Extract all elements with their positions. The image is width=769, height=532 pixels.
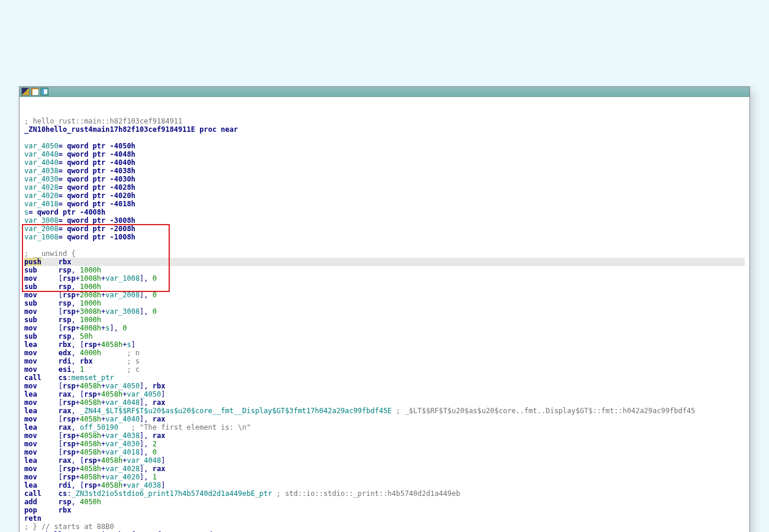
code-line[interactable]: mov [rsp+4058h+var_4050], rbx — [24, 382, 745, 390]
code-line[interactable]: mov [rsp+4058h+var_4038], rax — [24, 432, 745, 440]
code-line[interactable]: mov [rsp+1008h+var_1008], 0 — [24, 274, 745, 283]
code-line[interactable]: call cs:memset_ptr — [24, 374, 745, 382]
code-line[interactable]: lea rax, off_50190 ; "The first element … — [24, 423, 745, 432]
code-line[interactable]: _ZN10hello_rust4main17h82f103cef9184911E… — [24, 125, 745, 134]
code-line[interactable]: var_4048= qword ptr -4048h — [24, 150, 745, 158]
code-line[interactable]: var_4030= qword ptr -4030h — [24, 175, 745, 183]
code-line[interactable]: var_3008= qword ptr -3008h — [24, 216, 745, 225]
code-line[interactable]: var_1008= qword ptr -1008h — [24, 233, 745, 241]
code-line[interactable]: var_4028= qword ptr -4028h — [24, 183, 745, 192]
code-line[interactable]: mov [rsp+4058h+var_4030], 2 — [24, 440, 745, 448]
code-line[interactable]: retn — [24, 514, 745, 523]
code-line[interactable]: add rsp, 4050h — [24, 498, 745, 506]
code-line[interactable]: s= qword ptr -4008h — [24, 208, 745, 216]
code-line[interactable]: var_4040= qword ptr -4040h — [24, 158, 745, 167]
code-line[interactable]: lea rax, [rsp+4058h+var_4048] — [24, 456, 745, 465]
code-line[interactable]: var_2008= qword ptr -2008h — [24, 225, 745, 233]
code-line[interactable]: mov [rsp+4058h+var_4020], 1 — [24, 473, 745, 481]
code-line[interactable]: var_4050= qword ptr -4050h — [24, 142, 745, 150]
code-line[interactable]: lea rdi, [rsp+4058h+var_4038] — [24, 481, 745, 489]
code-line[interactable]: ; __unwind { — [24, 249, 745, 258]
code-line[interactable]: lea rax, _ZN44_$LT$$RF$T$u20$as$u20$core… — [24, 407, 745, 415]
window-titlebar[interactable] — [20, 87, 749, 97]
toolbar-icon-view[interactable] — [40, 87, 49, 96]
code-line[interactable]: mov [rsp+4058h+var_4040], rax — [24, 415, 745, 423]
code-line[interactable]: mov [rsp+4008h+s], 0 — [24, 324, 745, 332]
code-line[interactable]: mov [rsp+3008h+var_3008], 0 — [24, 307, 745, 316]
code-line[interactable]: var_4038= qword ptr -4038h — [24, 167, 745, 175]
disassembly-listing[interactable]: ; hello_rust::main::h82f103cef9184911_ZN… — [20, 97, 749, 532]
code-line[interactable]: mov [rsp+4058h+var_4048], rax — [24, 398, 745, 407]
code-line-current[interactable]: push rbx — [24, 258, 745, 266]
toolbar-icon-edit[interactable] — [31, 87, 39, 96]
code-line[interactable]: sub rsp, 50h — [24, 332, 745, 340]
code-line[interactable]: sub rsp, 1000h — [24, 283, 745, 291]
code-line[interactable]: call cs:_ZN3std2io5stdio6_print17h4b5740… — [24, 489, 745, 498]
code-line[interactable]: lea rax, [rsp+4058h+var_4050] — [24, 390, 745, 398]
code-line[interactable]: sub rsp, 1000h — [24, 266, 745, 274]
code-line[interactable]: mov [rsp+4058h+var_4028], rax — [24, 465, 745, 473]
code-line[interactable]: var_4018= qword ptr -4018h — [24, 200, 745, 208]
code-line[interactable]: mov [rsp+2008h+var_2008], 0 — [24, 291, 745, 299]
code-line[interactable]: ; } // starts at 88B0 — [24, 523, 745, 531]
code-line[interactable]: sub rsp, 1000h — [24, 299, 745, 307]
code-line[interactable]: mov edx, 4000h ; n — [24, 349, 745, 357]
code-line[interactable]: mov esi, 1 ; c — [24, 365, 745, 374]
disassembly-window: ; hello_rust::main::h82f103cef9184911_ZN… — [19, 86, 750, 532]
code-line[interactable]: ; hello_rust::main::h82f103cef9184911 — [24, 117, 745, 125]
code-line[interactable]: pop rbx — [24, 506, 745, 514]
code-line[interactable]: mov rdi, rbx ; s — [24, 357, 745, 365]
code-line[interactable]: mov [rsp+4058h+var_4018], 0 — [24, 448, 745, 456]
code-line[interactable]: lea rbx, [rsp+4058h+s] — [24, 340, 745, 349]
toolbar-icon-colors[interactable] — [21, 87, 30, 96]
code-line[interactable]: var_4020= qword ptr -4020h — [24, 192, 745, 200]
code-line[interactable]: sub rsp, 1000h — [24, 316, 745, 324]
